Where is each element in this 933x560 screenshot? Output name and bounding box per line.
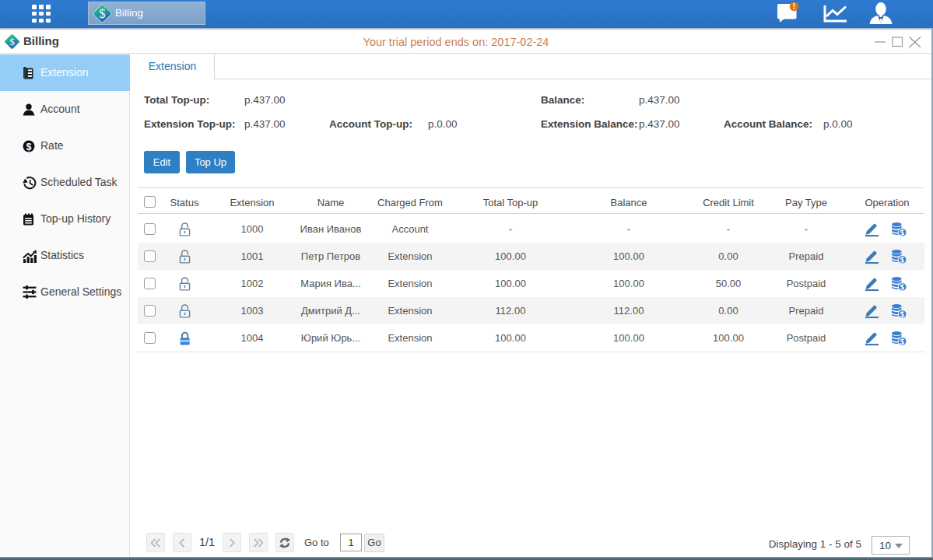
svg-text:$: $ (99, 6, 105, 21)
svg-text:$: $ (26, 142, 32, 152)
svg-text:!: ! (793, 2, 795, 11)
